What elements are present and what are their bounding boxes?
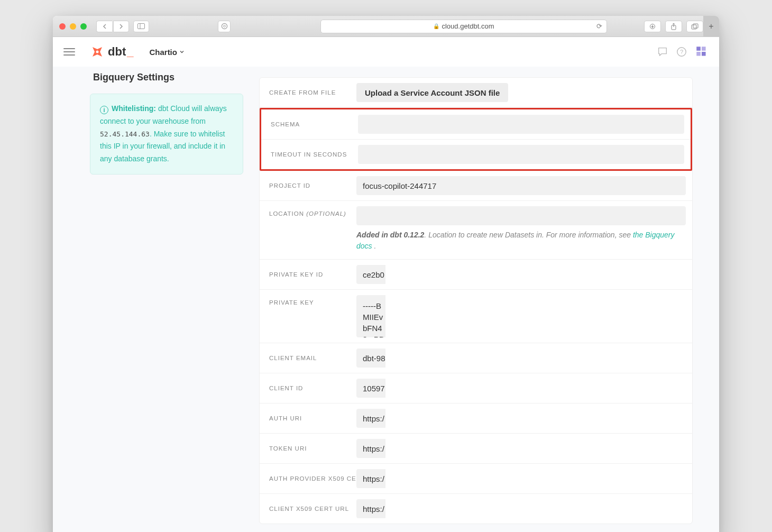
logo-text: dbt (108, 45, 126, 59)
row-auth-uri: Auth URI https:/ (260, 403, 692, 434)
label-schema: Schema (271, 121, 358, 127)
svg-rect-7 (693, 24, 698, 28)
mask (385, 348, 686, 368)
nav-buttons (96, 21, 129, 32)
new-tab-button[interactable]: + (703, 16, 719, 37)
upload-button[interactable]: Upload a Service Account JSON file (356, 83, 508, 102)
dbt-logo-icon (91, 45, 104, 58)
label-client-email: Client Email (269, 355, 356, 361)
mask (385, 379, 686, 398)
row-timeout: Timeout in Seconds (261, 140, 691, 169)
svg-point-8 (96, 51, 99, 53)
mask (385, 295, 686, 337)
back-button[interactable] (96, 21, 112, 32)
mask (385, 265, 686, 284)
chevron-down-icon (179, 49, 185, 54)
row-client-cert: Client X509 Cert URL https:/ (260, 494, 692, 524)
info-icon: i (100, 106, 108, 114)
row-create-from-file: Create From File Upload a Service Accoun… (260, 78, 692, 108)
label-auth-uri: Auth URI (269, 415, 356, 421)
url-bar[interactable]: 🔒 cloud.getdbt.com ⟳ (320, 20, 607, 33)
label-token-uri: Token URI (269, 445, 356, 452)
label-private-key-id: Private Key ID (269, 271, 356, 278)
label-create-from-file: Create From File (269, 89, 356, 96)
svg-point-3 (223, 25, 225, 27)
callout-title: Whitelisting: (112, 104, 156, 113)
row-project-id: Project ID focus-copilot-244717 (260, 171, 692, 201)
label-location: Location (optional) (269, 206, 356, 217)
minimize-window-button[interactable] (70, 23, 76, 30)
svg-rect-6 (692, 25, 696, 29)
traffic-lights (59, 23, 87, 30)
url-text: cloud.getdbt.com (442, 22, 494, 30)
page-title: Bigquery Settings (93, 72, 243, 83)
titlebar: 🔒 cloud.getdbt.com ⟳ + (53, 16, 719, 37)
forward-button[interactable] (113, 21, 129, 32)
svg-text:?: ? (680, 49, 683, 55)
label-private-key: Private Key (269, 295, 356, 306)
left-column: Bigquery Settings iWhitelisting: dbt Clo… (90, 67, 243, 529)
account-name: Chartio (149, 48, 177, 57)
help-icon[interactable]: ? (676, 46, 687, 58)
label-timeout: Timeout in Seconds (271, 151, 358, 158)
right-column: Create From File Upload a Service Accoun… (243, 67, 719, 529)
callout-ip: 52.45.144.63 (100, 130, 150, 138)
content: Bigquery Settings iWhitelisting: dbt Clo… (53, 67, 719, 532)
input-project-id[interactable]: focus-copilot-244717 (356, 176, 686, 195)
lock-icon: 🔒 (433, 23, 439, 29)
tabs-button[interactable] (686, 21, 703, 32)
row-client-email: Client Email dbt-98 (260, 343, 692, 373)
extension-icon[interactable] (695, 45, 709, 59)
svg-rect-14 (702, 52, 706, 56)
chat-icon[interactable] (657, 46, 668, 58)
header-right: ? (657, 45, 709, 59)
row-private-key-id: Private Key ID ce2b0 (260, 260, 692, 290)
svg-rect-11 (696, 47, 701, 51)
svg-rect-12 (702, 47, 706, 51)
input-schema[interactable] (358, 115, 684, 134)
row-token-uri: Token URI https:/ (260, 434, 692, 464)
account-dropdown[interactable]: Chartio (149, 48, 185, 57)
mask (385, 409, 686, 428)
label-project-id: Project ID (269, 182, 356, 189)
share-button[interactable] (665, 21, 682, 32)
svg-rect-0 (138, 24, 145, 29)
row-schema: Schema (261, 109, 691, 140)
logo-underscore: _ (127, 45, 133, 59)
svg-point-2 (222, 23, 227, 29)
mask (385, 499, 686, 518)
label-client-id: Client ID (269, 385, 356, 391)
highlighted-section: Schema Timeout in Seconds (260, 108, 692, 171)
input-timeout[interactable] (358, 145, 684, 164)
label-auth-provider-cert: Auth Provider X509 Ce (269, 475, 356, 482)
row-private-key: Private Key -----B MIIEv bFN4 8mPD (260, 290, 692, 343)
app-header: dbt_ Chartio ? (53, 37, 719, 67)
safari-window: 🔒 cloud.getdbt.com ⟳ + dbt_ (53, 16, 719, 532)
input-location[interactable] (356, 206, 686, 225)
label-client-cert: Client X509 Cert URL (269, 506, 356, 512)
row-location: Location (optional) Added in dbt 0.12.2.… (260, 201, 692, 260)
row-auth-provider-cert: Auth Provider X509 Ce https:/ (260, 464, 692, 494)
downloads-button[interactable] (644, 21, 661, 32)
reader-button[interactable] (218, 21, 231, 32)
toolbar-right (644, 21, 703, 32)
whitelist-callout: iWhitelisting: dbt Cloud will always con… (90, 94, 243, 175)
close-window-button[interactable] (59, 23, 66, 30)
reload-icon[interactable]: ⟳ (596, 22, 602, 30)
sidebar-toggle-button[interactable] (133, 21, 149, 32)
mask (385, 469, 686, 488)
svg-rect-13 (696, 52, 701, 56)
menu-button[interactable] (63, 48, 75, 56)
form-panel: Create From File Upload a Service Accoun… (259, 77, 693, 524)
maximize-window-button[interactable] (80, 23, 87, 30)
row-client-id: Client ID 10597 (260, 373, 692, 403)
logo[interactable]: dbt_ (91, 45, 133, 59)
mask (385, 439, 686, 458)
location-help-text: Added in dbt 0.12.2. Location to create … (356, 225, 686, 254)
